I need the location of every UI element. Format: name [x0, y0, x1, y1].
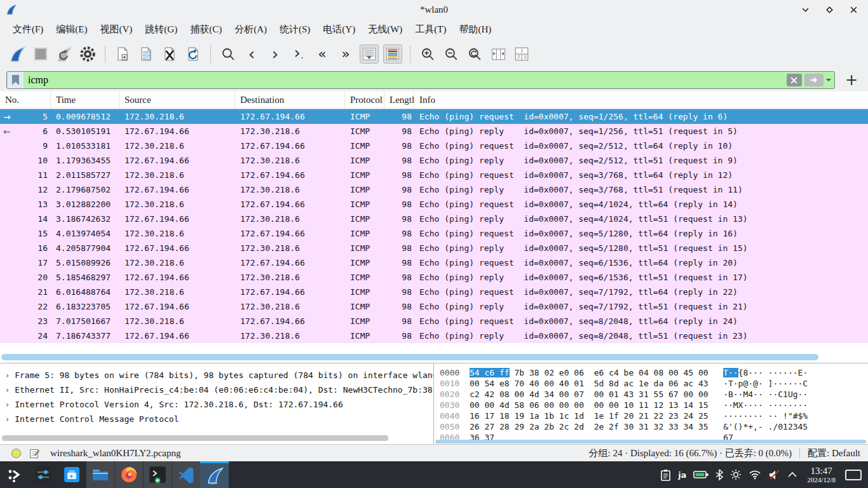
- ascii-bytes[interactable]: &'()*+,- ./012345: [723, 422, 808, 431]
- filter-bookmark-button[interactable]: [8, 72, 24, 88]
- display-filter-input[interactable]: icmp: [6, 71, 835, 89]
- column-header-protocol[interactable]: Protocol: [345, 92, 384, 109]
- hex-bytes[interactable]: 54 c6 ff 7b 38 02 e0 06 e6 c4 be 04 08 0…: [470, 368, 709, 377]
- hex-bytes[interactable]: 16 17 18 19 1a 1b 1c 1d 1e 1f 20 21 22 2…: [470, 411, 709, 421]
- packet-row[interactable]: 247.186743377172.67.194.66172.30.218.6IC…: [0, 329, 868, 343]
- expand-chevron-icon[interactable]: ›: [6, 370, 9, 380]
- menu-item-4[interactable]: 捕获(C): [184, 21, 228, 38]
- menu-item-0[interactable]: 文件(F): [6, 21, 50, 38]
- menu-item-5[interactable]: 分析(A): [228, 21, 273, 38]
- add-filter-button[interactable]: +: [841, 71, 862, 89]
- vscode-button[interactable]: [172, 461, 200, 488]
- save-file-button[interactable]: 010101100111: [137, 44, 156, 64]
- packet-row[interactable]: 164.205877904172.67.194.66172.30.218.6IC…: [0, 241, 868, 255]
- zoom-in-button[interactable]: [418, 44, 437, 64]
- next-packet-button[interactable]: ›: [266, 44, 285, 64]
- profile-label[interactable]: 配置: Default: [808, 447, 860, 459]
- menu-item-9[interactable]: 工具(T): [409, 21, 452, 38]
- packet-row[interactable]: 154.013974054172.30.218.6172.67.194.66IC…: [0, 226, 868, 241]
- ascii-bytes[interactable]: ·T·p@·@· ]······C: [723, 379, 808, 388]
- hex-row[interactable]: 0010 00 54 e8 70 40 00 40 01 5d 8d ac 1e…: [440, 378, 868, 389]
- wifi-icon[interactable]: [749, 470, 761, 480]
- minimize-icon[interactable]: [801, 5, 810, 14]
- zoom-reset-button[interactable]: [465, 44, 484, 64]
- hex-bytes[interactable]: 00 00 4d 58 06 00 00 00 00 00 10 11 12 1…: [470, 400, 709, 410]
- packet-row[interactable]: 91.010533181172.30.218.6172.67.194.66ICM…: [0, 139, 868, 153]
- column-header-info[interactable]: Info: [414, 92, 868, 109]
- column-header-destination[interactable]: Destination: [235, 92, 345, 109]
- firefox-button[interactable]: [114, 461, 143, 488]
- column-header-lengtl[interactable]: Lengtl: [384, 92, 414, 109]
- packet-row[interactable]: 175.015089926172.30.218.6172.67.194.66IC…: [0, 255, 868, 270]
- filter-dropdown-caret-icon[interactable]: [826, 79, 831, 84]
- capture-options-button[interactable]: [78, 44, 97, 64]
- wireshark-taskbar-button[interactable]: [200, 461, 229, 488]
- open-file-button[interactable]: [113, 44, 132, 64]
- packet-row[interactable]: →50.009678512172.30.218.6172.67.194.66IC…: [0, 109, 868, 124]
- discover-button[interactable]: [57, 461, 86, 488]
- detail-row[interactable]: ›Internet Protocol Version 4, Src: 172.3…: [0, 397, 433, 412]
- menu-item-10[interactable]: 帮助(H): [452, 21, 498, 38]
- resize-columns-button[interactable]: [489, 44, 508, 64]
- settings-button[interactable]: [29, 461, 57, 488]
- terminal-button[interactable]: [143, 461, 172, 488]
- filter-apply-button[interactable]: [804, 74, 824, 86]
- input-method-indicator[interactable]: ja: [678, 470, 686, 480]
- hex-bytes[interactable]: 00 54 e8 70 40 00 40 01 5d 8d ac 1e da 0…: [470, 379, 709, 388]
- close-icon[interactable]: [849, 5, 858, 14]
- expand-chevron-icon[interactable]: ›: [6, 414, 9, 424]
- expand-chevron-icon[interactable]: ›: [6, 400, 9, 409]
- ascii-bytes[interactable]: ·B··M4·· ··C1Ug··: [723, 390, 808, 399]
- expert-info-icon[interactable]: [11, 449, 21, 458]
- colorize-packets-button[interactable]: [383, 44, 402, 64]
- virtual-desktop-pager[interactable]: [845, 470, 862, 480]
- layout-button[interactable]: 123: [512, 44, 531, 64]
- hex-row[interactable]: 0050 26 27 28 29 2a 2b 2c 2d 2e 2f 30 31…: [440, 421, 868, 432]
- hex-row[interactable]: 0000 54 c6 ff 7b 38 02 e0 06 e6 c4 be 04…: [440, 367, 868, 378]
- hex-row[interactable]: 0040 16 17 18 19 1a 1b 1c 1d 1e 1f 20 21…: [440, 410, 868, 421]
- menu-item-8[interactable]: 无线(W): [362, 21, 409, 38]
- filter-clear-button[interactable]: [787, 74, 802, 86]
- start-capture-button[interactable]: [8, 44, 27, 64]
- detail-row[interactable]: ›Internet Control Message Protocol: [0, 412, 433, 426]
- packet-row[interactable]: 122.179687502172.67.194.66172.30.218.6IC…: [0, 182, 868, 197]
- auto-scroll-button[interactable]: [360, 44, 379, 64]
- ascii-bytes[interactable]: ··MX···· ········: [723, 400, 808, 410]
- hex-row[interactable]: 0020 c2 42 08 00 4d 34 00 07 00 01 43 31…: [440, 389, 868, 400]
- menu-item-1[interactable]: 编辑(E): [50, 21, 93, 38]
- zoom-out-button[interactable]: [442, 44, 461, 64]
- detail-row[interactable]: ›Ethernet II, Src: HonHaiPrecis_c4:be:04…: [0, 383, 433, 397]
- reload-file-button[interactable]: [184, 44, 203, 64]
- tray-expand-icon[interactable]: [787, 471, 797, 478]
- column-header-no[interactable]: No.: [0, 92, 51, 109]
- file-manager-button[interactable]: [86, 461, 114, 488]
- ascii-bytes[interactable]: T··{8··· ······E·: [723, 368, 808, 377]
- packet-row[interactable]: 226.183223705172.67.194.66172.30.218.6IC…: [0, 299, 868, 314]
- detail-row[interactable]: ›Frame 5: 98 bytes on wire (784 bits), 9…: [0, 368, 433, 383]
- brightness-icon[interactable]: [730, 469, 742, 480]
- capture-comment-icon[interactable]: [29, 448, 40, 459]
- filter-value[interactable]: icmp: [28, 74, 48, 86]
- menu-item-2[interactable]: 视图(V): [94, 21, 139, 38]
- hex-bytes[interactable]: 26 27 28 29 2a 2b 2c 2d 2e 2f 30 31 32 3…: [470, 422, 709, 431]
- app-launcher-button[interactable]: [0, 461, 29, 488]
- menu-item-6[interactable]: 统计(S): [273, 21, 316, 38]
- column-header-source[interactable]: Source: [119, 92, 235, 109]
- bluetooth-icon[interactable]: [715, 469, 723, 480]
- ascii-bytes[interactable]: ········ ·· !"#$%: [723, 411, 808, 421]
- clock[interactable]: 13:47 2024/12/8: [807, 466, 836, 484]
- maximize-icon[interactable]: [825, 5, 834, 14]
- clipboard-icon[interactable]: [660, 469, 671, 481]
- menu-item-3[interactable]: 跳转(G): [139, 21, 184, 38]
- expand-chevron-icon[interactable]: ›: [6, 385, 9, 395]
- column-header-time[interactable]: Time: [51, 92, 119, 109]
- first-packet-button[interactable]: «: [313, 44, 332, 64]
- hex-scrollbar[interactable]: [435, 440, 866, 444]
- packet-row[interactable]: 143.186742632172.67.194.66172.30.218.6IC…: [0, 212, 868, 226]
- packet-row[interactable]: 216.016488764172.30.218.6172.67.194.66IC…: [0, 285, 868, 299]
- packet-row[interactable]: 133.012882200172.30.218.6172.67.194.66IC…: [0, 197, 868, 212]
- details-scrollbar[interactable]: [2, 435, 388, 441]
- close-file-button[interactable]: [160, 44, 179, 64]
- last-packet-button[interactable]: »: [336, 44, 355, 64]
- volume-muted-icon[interactable]: [768, 470, 780, 480]
